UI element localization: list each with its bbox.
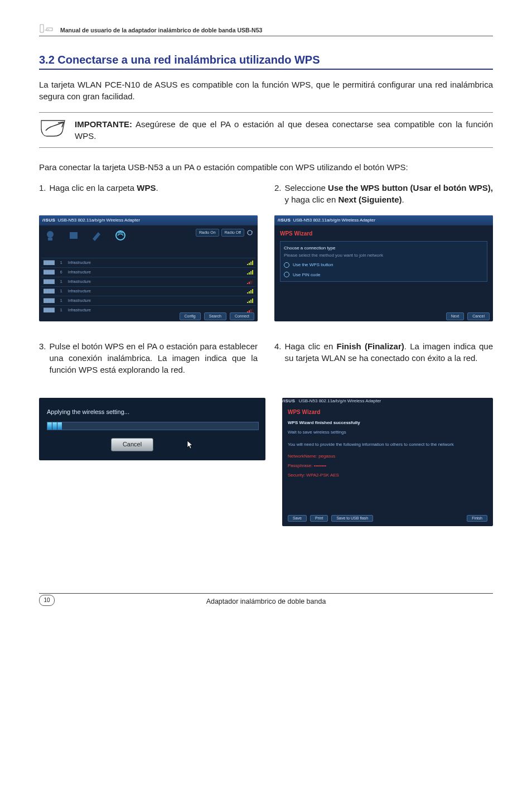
finish-button[interactable]: Finish bbox=[467, 515, 487, 522]
svg-text:cr: cr bbox=[48, 28, 50, 31]
screenshot-1-titlebar: /ISUS USB-N53 802.11a/b/g/n Wireless Ada… bbox=[39, 215, 258, 225]
step-4-text-a: Haga clic en bbox=[285, 341, 337, 351]
step-3-body: Pulse el botón WPS en el PA o estación p… bbox=[50, 340, 258, 376]
progress-bar bbox=[47, 422, 259, 430]
intro-paragraph: La tarjeta WLAN PCE-N10 de ASUS es compa… bbox=[39, 79, 493, 102]
screenshot-1-title: USB-N53 802.11a/b/g/n Wireless Adapter bbox=[57, 217, 140, 223]
svg-rect-5 bbox=[48, 238, 52, 240]
step-4-num: 4. bbox=[274, 340, 282, 364]
list-row[interactable]: ████6Infrastructure bbox=[41, 267, 255, 277]
network-list: ████1Infrastructure ████6Infrastructure … bbox=[41, 258, 255, 311]
connect-button[interactable]: Connect bbox=[230, 312, 254, 320]
refresh-icon[interactable] bbox=[246, 229, 253, 236]
step-4: 4. Haga clic en Finish (Finalizar). La i… bbox=[274, 340, 493, 364]
page-footer: 10 Adaptador inalámbrico de doble banda bbox=[39, 593, 493, 607]
screenshot-4: /ISUS USB-N53 802.11a/b/g/n Wireless Ada… bbox=[282, 398, 493, 526]
screenshots-row-1: /ISUS USB-N53 802.11a/b/g/n Wireless Ada… bbox=[39, 215, 493, 321]
asus-logo: /ISUS bbox=[278, 217, 291, 223]
screenshot-3-applying: Applying the wireless setting... Cancel bbox=[39, 398, 265, 460]
step-2-text-c: y haga clic en bbox=[285, 195, 338, 204]
print-button[interactable]: Print bbox=[310, 515, 328, 522]
callout-label: IMPORTANTE: bbox=[75, 119, 132, 129]
screenshot-1: /ISUS USB-N53 802.11a/b/g/n Wireless Ada… bbox=[39, 215, 258, 321]
survey-icon bbox=[67, 229, 80, 242]
hand-point-icon bbox=[39, 118, 67, 138]
radio-icon bbox=[284, 272, 289, 277]
header-bands-icon: cr bbox=[39, 22, 56, 35]
asus-logo: /ISUS bbox=[282, 398, 295, 403]
cancel-button[interactable]: Cancel bbox=[111, 438, 153, 451]
option-wps-button[interactable]: Use the WPS button bbox=[284, 262, 483, 268]
wps-wizard-title: WPS Wizard bbox=[280, 230, 487, 238]
wizard-info-line: You will need to provide the following i… bbox=[288, 441, 487, 447]
callout-text: IMPORTANTE: Asegúrese de que el PA o est… bbox=[75, 118, 493, 142]
wps-tab-icon[interactable] bbox=[114, 229, 127, 242]
connection-type-panel: Choose a connection type Please select t… bbox=[280, 241, 487, 282]
svg-point-3 bbox=[248, 230, 252, 235]
radio-off-button[interactable]: Radio Off bbox=[221, 229, 244, 237]
step-2-text-d: Next (Siguiente) bbox=[338, 195, 402, 204]
callout-body: Asegúrese de que el PA o estación al que… bbox=[75, 119, 493, 141]
svg-point-4 bbox=[47, 231, 54, 238]
step-1-num: 1. bbox=[39, 182, 46, 194]
option-pin-code-label: Use PIN code bbox=[293, 272, 320, 278]
radio-on-button[interactable]: Radio On bbox=[196, 229, 219, 237]
step-1-text-a: Haga clic en la carpeta bbox=[50, 183, 137, 192]
screenshot-2-title: USB-N53 802.11a/b/g/n Wireless Adapter bbox=[293, 217, 375, 223]
page-number: 10 bbox=[39, 595, 55, 606]
save-button[interactable]: Save bbox=[288, 515, 307, 522]
step-2-text-b: Use the WPS button (Usar el botón WPS), bbox=[328, 183, 493, 192]
field-passphrase: Passphrase: •••••••• bbox=[288, 463, 487, 469]
radio-icon bbox=[284, 262, 289, 268]
step-4-text-b: Finish (Finalizar) bbox=[336, 341, 404, 351]
field-network: NetworkName: pegasus bbox=[288, 453, 487, 459]
step-3: 3. Pulse el botón WPS en el PA o estació… bbox=[39, 340, 258, 376]
cursor-icon bbox=[187, 440, 194, 449]
option-pin-code[interactable]: Use PIN code bbox=[284, 272, 483, 278]
list-row[interactable]: ████1Infrastructure bbox=[41, 286, 255, 296]
header-text: Manual de usuario de la adaptador inalám… bbox=[60, 26, 262, 35]
screenshots-row-2: Applying the wireless setting... Cancel … bbox=[39, 398, 493, 526]
screenshot-4-title: USB-N53 802.11a/b/g/n Wireless Adapter bbox=[299, 398, 381, 403]
wizard-wait-line: Wait to save wireless settings bbox=[288, 429, 487, 435]
step-1-text-c: . bbox=[156, 183, 158, 192]
config-button[interactable]: Config bbox=[180, 312, 201, 320]
panel-heading: Choose a connection type bbox=[284, 245, 483, 251]
steps-row-1: 1. Haga clic en la carpeta WPS. 2. Selec… bbox=[39, 182, 493, 205]
list-row[interactable]: ████1Infrastructure bbox=[41, 258, 255, 267]
screenshot-2-titlebar: /ISUS USB-N53 802.11a/b/g/n Wireless Ada… bbox=[274, 215, 493, 225]
save-usb-button[interactable]: Save to USB flash bbox=[331, 515, 373, 522]
screenshot-2: /ISUS USB-N53 802.11a/b/g/n Wireless Ada… bbox=[274, 215, 493, 321]
panel-desc: Please select the method you want to joi… bbox=[284, 252, 483, 258]
screenshot-4-titlebar: /ISUS USB-N53 802.11a/b/g/n Wireless Ada… bbox=[282, 398, 493, 404]
step-1-text-b: WPS bbox=[137, 183, 156, 192]
status-icon bbox=[43, 229, 57, 242]
step-2-num: 2. bbox=[274, 182, 282, 205]
step-2-text-a: Seleccione bbox=[285, 183, 328, 192]
para-2: Para conectar la tarjeta USB-N53 a un PA… bbox=[39, 161, 493, 173]
section-title: 3.2 Conectarse a una red inalámbrica uti… bbox=[39, 52, 493, 70]
applying-label: Applying the wireless setting... bbox=[47, 408, 258, 416]
step-1: 1. Haga clic en la carpeta WPS. bbox=[39, 182, 258, 194]
search-button[interactable]: Search bbox=[204, 312, 226, 320]
next-button[interactable]: Next bbox=[446, 312, 464, 320]
step-3-num: 3. bbox=[39, 340, 46, 376]
svg-rect-6 bbox=[70, 232, 78, 239]
steps-row-2: 3. Pulse el botón WPS en el PA o estació… bbox=[39, 340, 493, 376]
header-rule bbox=[39, 36, 493, 36]
option-wps-button-label: Use the WPS button bbox=[293, 262, 333, 268]
page-header: cr Manual de usuario de la adaptador ina… bbox=[39, 22, 493, 35]
list-row[interactable]: ████1Infrastructure bbox=[41, 296, 255, 305]
svg-rect-0 bbox=[39, 22, 56, 35]
config-icon bbox=[90, 229, 104, 242]
step-2: 2. Seleccione Use the WPS button (Usar e… bbox=[274, 182, 493, 205]
wizard-success-line: WPS Wizard finished successfully bbox=[288, 420, 487, 426]
wps-wizard-title: WPS Wizard bbox=[288, 408, 487, 416]
step-2-text-e: . bbox=[402, 195, 404, 204]
footer-text: Adaptador inalámbrico de doble banda bbox=[206, 597, 326, 607]
field-security: Security: WPA2-PSK AES bbox=[288, 472, 487, 478]
cancel-button[interactable]: Cancel bbox=[467, 312, 490, 320]
important-callout: IMPORTANTE: Asegúrese de que el PA o est… bbox=[39, 112, 493, 148]
asus-logo: /ISUS bbox=[42, 217, 55, 223]
list-row[interactable]: ████1Infrastructure bbox=[41, 277, 255, 286]
